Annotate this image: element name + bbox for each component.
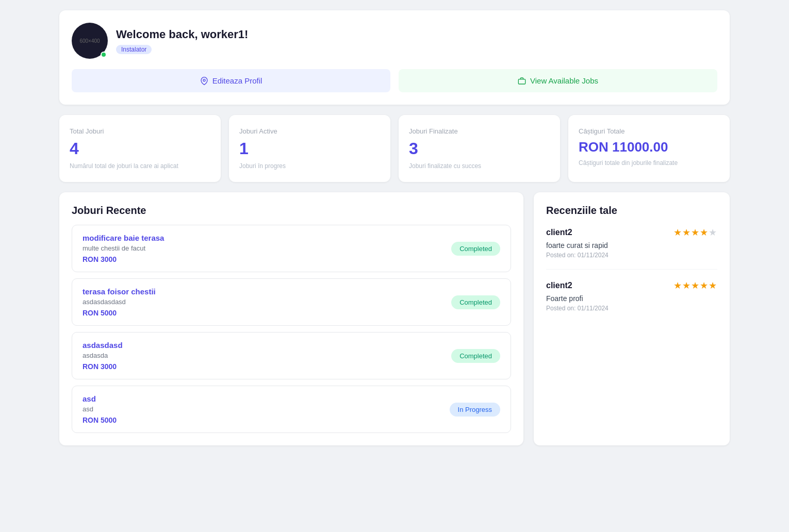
main-content-row: Joburi Recente modificare baie terasa mu… bbox=[59, 192, 730, 445]
stat-desc-2: Joburi finalizate cu succes bbox=[409, 162, 550, 170]
stat-desc-3: Câștiguri totale din joburile finalizate bbox=[579, 159, 719, 167]
avatar-wrap: 600×400 bbox=[72, 23, 108, 59]
job-item-3[interactable]: asd asd RON 5000 In Progress bbox=[72, 386, 511, 433]
stats-row: Total Joburi 4 Numărul total de joburi l… bbox=[59, 115, 730, 182]
recent-jobs-card: Joburi Recente modificare baie terasa mu… bbox=[59, 192, 523, 445]
star-1-2: ★ bbox=[682, 280, 691, 291]
job-desc-0: multe chestii de facut bbox=[83, 244, 164, 252]
job-item-2[interactable]: asdasdasd asdasda RON 3000 Completed bbox=[72, 332, 511, 379]
star-0-1: ★ bbox=[673, 227, 682, 238]
header-card: 600×400 Welcome back, worker1! Instalato… bbox=[59, 10, 730, 105]
review-item-0: client2 ★★★★★ foarte curat si rapid Post… bbox=[546, 227, 717, 270]
job-desc-1: asdasdasdasd bbox=[83, 298, 156, 306]
reviewer-name-1: client2 bbox=[546, 281, 572, 290]
job-price-1: RON 5000 bbox=[83, 309, 156, 317]
job-status-1: Completed bbox=[451, 295, 500, 309]
review-text-0: foarte curat si rapid bbox=[546, 241, 717, 250]
job-status-2: Completed bbox=[451, 349, 500, 363]
user-info: Welcome back, worker1! Instalator bbox=[116, 28, 248, 54]
stat-desc-1: Joburi în progres bbox=[239, 162, 380, 170]
jobs-list: modificare baie terasa multe chestii de … bbox=[72, 225, 511, 433]
view-jobs-button[interactable]: View Available Jobs bbox=[399, 69, 717, 92]
stat-value-1: 1 bbox=[239, 139, 380, 158]
stat-label-0: Total Joburi bbox=[70, 127, 210, 135]
stat-earnings: Câștiguri Totale RON 11000.00 Câștiguri … bbox=[568, 115, 730, 182]
job-item-0[interactable]: modificare baie terasa multe chestii de … bbox=[72, 225, 511, 272]
review-date-0: Posted on: 01/11/2024 bbox=[546, 252, 717, 259]
welcome-title: Welcome back, worker1! bbox=[116, 28, 248, 41]
role-badge: Instalator bbox=[116, 45, 152, 54]
job-info-3: asd asd RON 5000 bbox=[83, 394, 117, 424]
stat-total-jobs: Total Joburi 4 Numărul total de joburi l… bbox=[59, 115, 221, 182]
stat-desc-0: Numărul total de joburi la care ai aplic… bbox=[70, 162, 210, 170]
stat-label-2: Joburi Finalizate bbox=[409, 127, 550, 135]
job-title-2: asdasdasd bbox=[83, 341, 123, 350]
job-info-0: modificare baie terasa multe chestii de … bbox=[83, 234, 164, 263]
stars-1: ★★★★★ bbox=[673, 280, 717, 291]
header-buttons: Editeaza Profil View Available Jobs bbox=[72, 69, 717, 92]
star-0-2: ★ bbox=[682, 227, 691, 238]
job-info-2: asdasdasd asdasda RON 3000 bbox=[83, 341, 123, 371]
review-date-1: Posted on: 01/11/2024 bbox=[546, 305, 717, 312]
pin-icon bbox=[200, 77, 208, 85]
review-header-0: client2 ★★★★★ bbox=[546, 227, 717, 238]
job-title-3: asd bbox=[83, 394, 117, 403]
stat-active-jobs: Joburi Active 1 Joburi în progres bbox=[229, 115, 390, 182]
briefcase-icon bbox=[518, 77, 526, 85]
svg-point-0 bbox=[203, 79, 205, 81]
stat-value-2: 3 bbox=[409, 139, 550, 158]
stat-value-0: 4 bbox=[70, 139, 210, 158]
online-indicator bbox=[101, 52, 107, 58]
job-desc-2: asdasda bbox=[83, 352, 123, 359]
stat-label-3: Câștiguri Totale bbox=[579, 127, 719, 135]
review-text-1: Foarte profi bbox=[546, 294, 717, 303]
star-0-3: ★ bbox=[691, 227, 700, 238]
star-1-5: ★ bbox=[709, 280, 717, 291]
job-price-3: RON 5000 bbox=[83, 416, 117, 424]
star-0-5: ★ bbox=[709, 227, 717, 238]
stat-value-3: RON 11000.00 bbox=[579, 139, 719, 155]
star-1-1: ★ bbox=[673, 280, 682, 291]
recent-jobs-title: Joburi Recente bbox=[72, 205, 511, 217]
job-title-0: modificare baie terasa bbox=[83, 234, 164, 242]
job-title-1: terasa foisor chestii bbox=[83, 287, 156, 296]
review-header-1: client2 ★★★★★ bbox=[546, 280, 717, 291]
reviews-list: client2 ★★★★★ foarte curat si rapid Post… bbox=[546, 227, 717, 312]
job-desc-3: asd bbox=[83, 405, 117, 413]
edit-profile-button[interactable]: Editeaza Profil bbox=[72, 69, 390, 92]
star-0-4: ★ bbox=[700, 227, 709, 238]
stat-completed-jobs: Joburi Finalizate 3 Joburi finalizate cu… bbox=[399, 115, 560, 182]
svg-rect-1 bbox=[518, 79, 525, 84]
reviewer-name-0: client2 bbox=[546, 228, 572, 237]
stars-0: ★★★★★ bbox=[673, 227, 717, 238]
review-item-1: client2 ★★★★★ Foarte profi Posted on: 01… bbox=[546, 280, 717, 312]
job-status-3: In Progress bbox=[450, 403, 500, 417]
reviews-title: Recenziile tale bbox=[546, 205, 717, 217]
job-price-0: RON 3000 bbox=[83, 255, 164, 263]
job-item-1[interactable]: terasa foisor chestii asdasdasdasd RON 5… bbox=[72, 278, 511, 326]
stat-label-1: Joburi Active bbox=[239, 127, 380, 135]
job-info-1: terasa foisor chestii asdasdasdasd RON 5… bbox=[83, 287, 156, 317]
star-1-4: ★ bbox=[700, 280, 709, 291]
job-price-2: RON 3000 bbox=[83, 362, 123, 371]
star-1-3: ★ bbox=[691, 280, 700, 291]
reviews-card: Recenziile tale client2 ★★★★★ foarte cur… bbox=[534, 192, 730, 445]
job-status-0: Completed bbox=[451, 242, 500, 256]
